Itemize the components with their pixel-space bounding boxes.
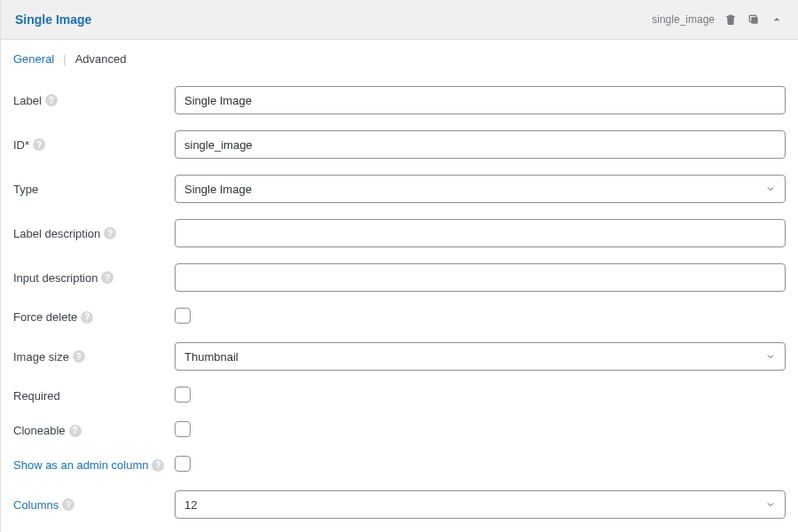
row-image-size: Image size ? Thumbnail [13,334,786,379]
label-description-label-text: Label description [13,227,100,240]
help-icon[interactable]: ? [69,425,82,437]
image-size-label-text: Image size [13,350,69,364]
required-checkbox[interactable] [175,387,191,403]
panel-actions: single_image [652,12,784,27]
admin-column-checkbox[interactable] [175,456,191,472]
form: Label ? ID* ? Type Single Image Label de… [1,73,798,532]
image-size-select[interactable]: Thumbnail [175,342,786,371]
admin-column-label[interactable]: Show as an admin column ? [13,458,175,472]
required-label: Required [13,389,175,403]
row-tooltip: Tooltip [13,527,786,532]
label-label-text: Label [13,94,42,107]
copy-icon[interactable] [747,12,761,27]
columns-label-text: Columns [13,498,59,512]
row-columns: Columns ? 12 [13,482,786,527]
collapse-icon[interactable] [770,12,784,27]
help-icon[interactable]: ? [73,350,85,363]
help-icon[interactable]: ? [62,498,74,511]
force-delete-checkbox[interactable] [175,308,191,324]
row-required: Required [13,379,786,413]
help-icon[interactable]: ? [152,459,164,472]
help-icon[interactable]: ? [101,271,113,284]
row-label: Label ? [13,78,786,122]
admin-column-label-text: Show as an admin column [13,458,148,472]
label-label: Label ? [13,94,175,107]
id-label-text: ID* [13,138,29,152]
panel-title: Single Image [15,12,91,27]
help-icon[interactable]: ? [104,227,116,239]
label-input[interactable] [175,86,786,114]
panel-slug: single_image [652,13,715,26]
input-description-label-text: Input description [13,271,98,285]
tab-general[interactable]: General [13,52,63,66]
tabs: General | Advanced [1,40,798,73]
help-icon[interactable]: ? [81,311,93,324]
required-label-text: Required [13,389,60,403]
image-size-label: Image size ? [13,350,175,364]
trash-icon[interactable] [724,12,738,27]
tab-separator: | [63,52,74,66]
label-description-input[interactable] [175,219,786,247]
cloneable-label: Cloneable ? [13,424,175,437]
row-type: Type Single Image [13,167,786,211]
force-delete-label: Force delete ? [13,310,175,324]
row-force-delete: Force delete ? [13,300,786,334]
label-description-label: Label description ? [13,227,175,240]
help-icon[interactable]: ? [33,138,45,151]
cloneable-checkbox[interactable] [175,421,191,437]
svg-rect-0 [751,17,757,23]
help-icon[interactable]: ? [45,94,58,106]
input-description-label: Input description ? [13,271,175,285]
type-label-text: Type [13,183,38,196]
id-input[interactable] [175,130,786,159]
row-input-description: Input description ? [13,255,786,300]
id-label: ID* ? [13,138,175,152]
row-cloneable: Cloneable ? [13,413,786,448]
input-description-input[interactable] [175,263,786,292]
cloneable-label-text: Cloneable [13,424,66,437]
force-delete-label-text: Force delete [13,310,77,324]
panel-header: Single Image single_image [1,0,798,40]
columns-select[interactable]: 12 [175,490,786,519]
row-id: ID* ? [13,122,786,167]
columns-label[interactable]: Columns ? [13,498,175,512]
tab-advanced[interactable]: Advanced [75,52,136,66]
row-admin-column: Show as an admin column ? [13,448,786,482]
type-label: Type [13,183,175,196]
type-select[interactable]: Single Image [175,175,786,203]
row-label-description: Label description ? [13,211,786,255]
